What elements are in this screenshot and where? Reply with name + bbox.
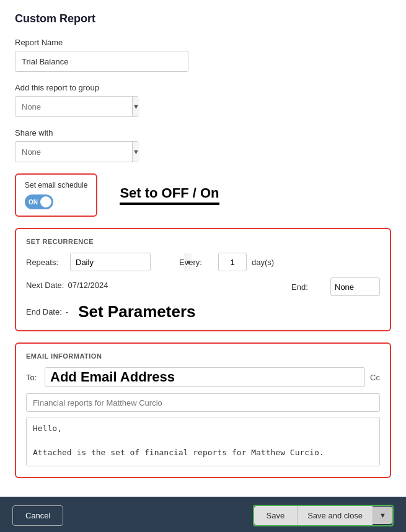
end-date-label: End Date:: [26, 307, 62, 316]
share-label: Share with: [15, 128, 391, 137]
add-email-annotation: Add Email Address: [50, 369, 175, 385]
group-dropdown-arrow[interactable]: ▼: [132, 97, 139, 116]
every-label: Every:: [179, 258, 213, 267]
end-select-wrapper: ▼: [330, 277, 380, 296]
subject-input[interactable]: [26, 393, 380, 412]
repeats-select[interactable]: [71, 258, 185, 267]
off-on-annotation: Set to OFF / On: [120, 185, 219, 205]
group-label: Add this report to group: [15, 83, 391, 92]
email-schedule-section: Set email schedule ON Set to OFF / On: [15, 173, 391, 217]
save-button[interactable]: Save: [254, 506, 298, 525]
to-row: To: Add Email Address Cc: [26, 367, 380, 387]
body-textarea[interactable]: Hello, Attached is the set of financial …: [26, 417, 380, 466]
repeats-select-wrapper: ▼: [70, 253, 151, 271]
toggle-on-label: ON: [29, 199, 38, 206]
group-group: Add this report to group ▼: [15, 83, 391, 117]
group-select-input[interactable]: [15, 97, 132, 116]
group-select-wrapper: ▼: [15, 96, 139, 117]
email-schedule-box: Set email schedule ON: [15, 173, 97, 217]
next-date-value: 07/12/2024: [68, 281, 108, 290]
end-section: End: ▼: [291, 277, 380, 296]
to-label: To:: [26, 373, 45, 382]
to-input-annotation-wrapper: Add Email Address: [45, 367, 365, 387]
end-select[interactable]: [331, 282, 406, 292]
page-container: Custom Report Report Name Add this repor…: [0, 0, 406, 532]
toggle-thumb: [40, 196, 51, 207]
content-area: Custom Report Report Name Add this repor…: [0, 0, 406, 497]
share-select-input[interactable]: [15, 142, 132, 162]
share-dropdown-arrow[interactable]: ▼: [132, 142, 139, 162]
end-date-row: End Date: - Set Parameters: [26, 302, 380, 321]
next-date-section: Next Date: 07/12/2024: [26, 281, 263, 290]
end-date-value: -: [66, 307, 68, 316]
save-close-group: Save Save and close ▼: [253, 505, 394, 526]
recurrence-title: SET RECURRENCE: [26, 238, 380, 245]
share-select-wrapper: ▼: [15, 141, 139, 162]
email-info-title: EMAIL INFORMATION: [26, 352, 380, 360]
email-schedule-toggle[interactable]: ON: [25, 194, 53, 209]
repeats-row: Repeats: ▼ Every: day(s): [26, 253, 380, 271]
report-name-group: Report Name: [15, 38, 391, 72]
cancel-button[interactable]: Cancel: [12, 505, 63, 526]
set-parameters-annotation: Set Parameters: [78, 302, 195, 321]
schedule-label: Set email schedule: [25, 181, 87, 190]
cc-label: Cc: [370, 373, 380, 382]
every-section: Every: day(s): [179, 253, 274, 271]
end-row: Next Date: 07/12/2024 End: ▼: [26, 277, 380, 296]
recurrence-section: SET RECURRENCE Repeats: ▼ Every: day(s) …: [15, 228, 391, 331]
page-title: Custom Report: [15, 12, 391, 25]
toggle-wrapper: ON: [25, 194, 87, 209]
next-date-label: Next Date:: [26, 281, 64, 290]
report-name-input[interactable]: [15, 51, 188, 72]
footer-bar: Cancel Save Save and close ▼: [0, 497, 406, 532]
repeats-label: Repeats:: [26, 258, 60, 267]
report-name-label: Report Name: [15, 38, 391, 47]
save-close-dropdown-button[interactable]: ▼: [373, 507, 392, 524]
every-unit: day(s): [252, 258, 274, 267]
save-and-close-button[interactable]: Save and close: [298, 506, 373, 525]
email-info-section: EMAIL INFORMATION To: Add Email Address …: [15, 342, 391, 478]
share-group: Share with ▼: [15, 128, 391, 162]
end-label: End:: [291, 282, 325, 292]
every-input[interactable]: [218, 253, 247, 271]
